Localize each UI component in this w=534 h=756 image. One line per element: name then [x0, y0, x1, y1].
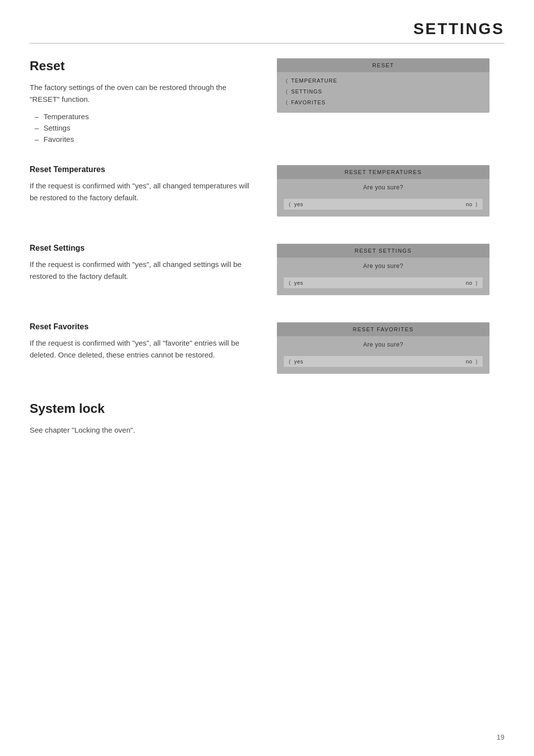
reset-favorites-right: RESET FAVORITES Are you sure? ( yes no ): [277, 322, 490, 384]
reset-settings-question: Are you sure?: [284, 263, 483, 269]
reset-settings-ui-header: RESET SETTINGS: [277, 244, 490, 258]
yes-label: yes: [294, 201, 304, 207]
favorites-yes-bracket-left: (: [289, 358, 291, 364]
settings-no-label: no: [466, 280, 472, 286]
reset-favorites-title: Reset Favorites: [30, 322, 257, 331]
settings-no-bracket-right: ): [476, 280, 478, 286]
reset-ui-row-temperature: ( TEMPERATURE: [284, 75, 483, 86]
reset-favorites-ui-body: Are you sure? ( yes no ): [277, 336, 490, 374]
settings-yes-label: yes: [294, 280, 304, 286]
system-lock-section: System lock See chapter "Locking the ove…: [30, 401, 504, 436]
reset-settings-ui-body: Are you sure? ( yes no ): [277, 258, 490, 295]
system-lock-title: System lock: [30, 401, 504, 416]
reset-ui-body: ( TEMPERATURE ( SETTINGS ( FAVORITES: [277, 72, 490, 113]
reset-favorites-subsection: Reset Favorites If the request is confir…: [30, 322, 504, 384]
reset-intro: The factory settings of the oven can be …: [30, 82, 257, 105]
reset-temperatures-ui: RESET TEMPERATURES Are you sure? ( yes n…: [277, 165, 490, 217]
bracket-favorites: (: [286, 99, 288, 105]
reset-temperatures-right: RESET TEMPERATURES Are you sure? ( yes n…: [277, 165, 490, 226]
reset-favorites-ui: RESET FAVORITES Are you sure? ( yes no ): [277, 322, 490, 374]
reset-ui-display: RESET ( TEMPERATURE ( SETTINGS ( FAVORIT…: [277, 58, 490, 113]
reset-temperatures-description: If the request is confirmed with "yes", …: [30, 180, 257, 204]
reset-favorites-question: Are you sure?: [284, 341, 483, 348]
reset-right-col: RESET ( TEMPERATURE ( SETTINGS ( FAVORIT…: [277, 58, 490, 150]
reset-ui-row-favorites: ( FAVORITES: [284, 97, 483, 108]
reset-section: Reset The factory settings of the oven c…: [30, 58, 504, 150]
reset-settings-no[interactable]: no ): [466, 280, 478, 286]
reset-ui-label-settings: SETTINGS: [291, 89, 322, 94]
reset-temperatures-left: Reset Temperatures If the request is con…: [30, 165, 257, 226]
settings-yes-bracket-left: (: [289, 280, 291, 286]
page-header: SETTINGS: [30, 20, 504, 38]
reset-temperatures-yes[interactable]: ( yes: [289, 201, 303, 207]
reset-settings-left: Reset Settings If the request is confirm…: [30, 244, 257, 305]
reset-favorites-content: Reset Favorites If the request is confir…: [30, 322, 504, 384]
reset-temperatures-ui-body: Are you sure? ( yes no ): [277, 179, 490, 217]
reset-ui-label-temperature: TEMPERATURE: [291, 78, 337, 84]
reset-favorites-no[interactable]: no ): [466, 358, 478, 364]
yes-bracket-left: (: [289, 201, 291, 207]
reset-temperatures-no[interactable]: no ): [466, 201, 478, 207]
reset-favorites-left: Reset Favorites If the request is confir…: [30, 322, 257, 384]
list-item-settings: Settings: [35, 124, 257, 132]
reset-settings-ui: RESET SETTINGS Are you sure? ( yes no ): [277, 244, 490, 295]
reset-temperatures-question: Are you sure?: [284, 184, 483, 191]
reset-title: Reset: [30, 58, 257, 74]
reset-temperatures-subsection: Reset Temperatures If the request is con…: [30, 165, 504, 226]
bracket-settings: (: [286, 89, 288, 94]
favorites-no-label: no: [466, 358, 472, 364]
reset-ui-label-favorites: FAVORITES: [291, 99, 326, 105]
page-number: 19: [496, 733, 504, 741]
page-title: SETTINGS: [413, 20, 504, 38]
reset-settings-options: ( yes no ): [284, 277, 483, 288]
reset-settings-right: RESET SETTINGS Are you sure? ( yes no ): [277, 244, 490, 305]
reset-favorites-options: ( yes no ): [284, 356, 483, 367]
header-divider: [30, 43, 504, 44]
reset-temperatures-content: Reset Temperatures If the request is con…: [30, 165, 504, 226]
favorites-no-bracket-right: ): [476, 358, 478, 364]
list-item-favorites: Favorites: [35, 135, 257, 143]
reset-ui-row-settings: ( SETTINGS: [284, 86, 483, 97]
list-item-temperatures: Temperatures: [35, 112, 257, 121]
reset-temperatures-title: Reset Temperatures: [30, 165, 257, 174]
reset-temperatures-options: ( yes no ): [284, 199, 483, 210]
reset-left-col: Reset The factory settings of the oven c…: [30, 58, 257, 150]
no-bracket-right: ): [476, 201, 478, 207]
reset-settings-subsection: Reset Settings If the request is confirm…: [30, 244, 504, 305]
reset-list: Temperatures Settings Favorites: [30, 112, 257, 143]
reset-temperatures-ui-header: RESET TEMPERATURES: [277, 165, 490, 179]
reset-settings-description: If the request is confirmed with "yes", …: [30, 259, 257, 282]
reset-settings-title: Reset Settings: [30, 244, 257, 253]
reset-settings-yes[interactable]: ( yes: [289, 280, 303, 286]
favorites-yes-label: yes: [294, 358, 304, 364]
system-lock-description: See chapter "Locking the oven".: [30, 424, 504, 436]
reset-ui-header: RESET: [277, 58, 490, 72]
no-label: no: [466, 201, 472, 207]
reset-favorites-ui-header: RESET FAVORITES: [277, 322, 490, 336]
reset-favorites-yes[interactable]: ( yes: [289, 358, 303, 364]
reset-favorites-description: If the request is confirmed with "yes", …: [30, 337, 257, 361]
reset-settings-content: Reset Settings If the request is confirm…: [30, 244, 504, 305]
bracket-temperature: (: [286, 78, 288, 84]
